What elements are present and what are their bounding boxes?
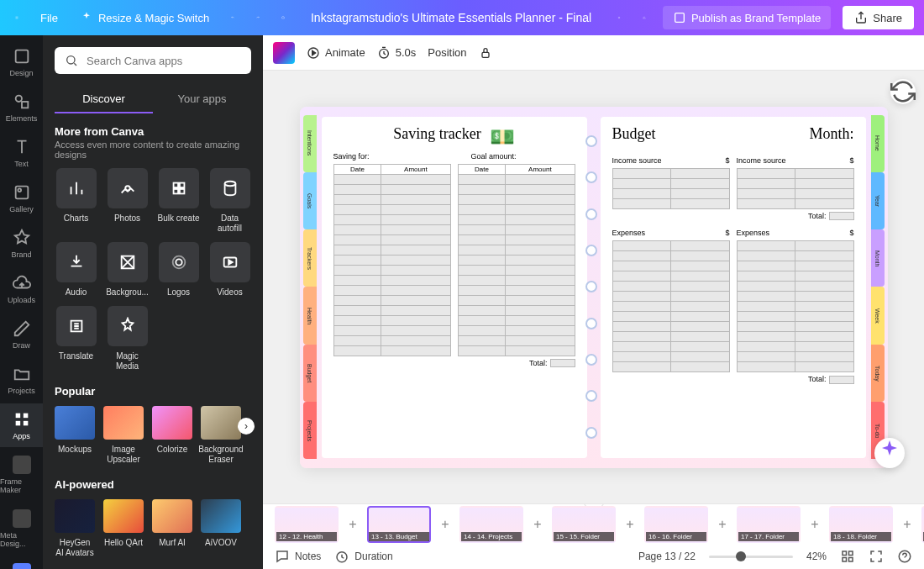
page-thumbnail[interactable]: 12 - 12. Health <box>275 506 339 543</box>
planner-tab[interactable]: Goals <box>303 172 317 229</box>
page-thumbnail[interactable]: 18 - 18. Folder <box>829 506 893 543</box>
fullscreen-icon[interactable] <box>869 549 884 564</box>
app-tile[interactable]: Backgrou... <box>106 242 149 298</box>
search-input[interactable] <box>87 55 241 67</box>
add-page-button[interactable]: + <box>809 519 821 530</box>
saving-table-1: DateAmount <box>333 164 451 356</box>
app-tile[interactable]: Bulk create <box>157 168 200 234</box>
page-thumbnails[interactable]: ⌄ 12 - 12. Health+13 - 13. Budget+14 - 1… <box>263 504 924 544</box>
page-thumbnail[interactable]: 16 - 16. Folder <box>644 506 708 543</box>
planner-tab[interactable]: Month <box>871 229 885 287</box>
add-page-button[interactable]: + <box>347 519 359 530</box>
publish-brand-template-button[interactable]: Publish as Brand Template <box>663 6 831 29</box>
share-button[interactable]: Share <box>843 6 914 29</box>
vntana-icon <box>13 563 31 569</box>
cloud-sync-icon[interactable] <box>276 11 290 24</box>
app-tile[interactable]: Photos <box>106 168 149 234</box>
planner-tab[interactable]: Budget <box>303 345 317 402</box>
planner-tab[interactable]: Week <box>871 287 885 344</box>
rail-brand[interactable]: Brand <box>0 222 43 266</box>
planner-tab[interactable]: Trackers <box>303 229 317 287</box>
rail-projects[interactable]: Projects <box>0 358 43 402</box>
popular-app[interactable]: Mockups <box>55 406 95 465</box>
magic-fab-button[interactable] <box>874 438 905 468</box>
rail-elements[interactable]: Elements <box>0 86 43 129</box>
zoom-value[interactable]: 42% <box>806 551 827 562</box>
resize-magic-switch[interactable]: Resize & Magic Switch <box>75 8 214 28</box>
app-tile[interactable]: Data autofill <box>208 168 251 234</box>
popular-app[interactable]: Colorize <box>152 406 192 465</box>
rail-gallery[interactable]: Gallery <box>0 176 43 220</box>
app-tile[interactable]: Audio <box>55 242 97 298</box>
add-page-button[interactable]: + <box>439 519 451 530</box>
tab-discover[interactable]: Discover <box>55 86 153 113</box>
popular-next-button[interactable]: › <box>238 418 255 435</box>
redo-icon[interactable] <box>251 11 265 24</box>
popular-app[interactable]: Image Upscaler <box>103 406 144 465</box>
app-tile[interactable]: Magic Media <box>106 306 149 371</box>
rail-design[interactable]: Design <box>0 40 43 84</box>
rail-uploads[interactable]: Uploads <box>0 267 43 311</box>
rail-vntana[interactable]: VNTANA <box>0 556 43 569</box>
grid-view-icon[interactable] <box>840 549 855 564</box>
rail-meta[interactable]: Meta Desig... <box>0 503 43 555</box>
notes-button[interactable]: Notes <box>275 549 321 564</box>
rail-draw[interactable]: Draw <box>0 313 43 356</box>
thumb-label: 13 - 13. Budget <box>369 532 429 541</box>
planner-tab[interactable]: Today <box>871 345 885 402</box>
popular-thumb <box>103 406 144 440</box>
planner-document[interactable]: IntentionsGoalsTrackersHealthBudgetProje… <box>300 107 888 468</box>
app-tile[interactable]: Translate <box>55 306 97 371</box>
page-thumbnail[interactable]: 17 - 17. Folder <box>737 506 801 543</box>
ai-app[interactable]: Hello QArt <box>103 499 144 558</box>
lock-icon <box>479 46 492 60</box>
page-thumbnail[interactable]: 13 - 13. Budget <box>367 506 431 543</box>
rail-apps[interactable]: Apps <box>0 403 43 447</box>
tab-your-apps[interactable]: Your apps <box>153 86 251 113</box>
refresh-button[interactable] <box>890 79 916 104</box>
lock-button[interactable] <box>479 46 492 60</box>
share-icon <box>854 11 868 24</box>
page-thumbnail[interactable]: 15 - 15. Folder <box>552 506 616 543</box>
page-indicator[interactable]: Page 13 / 22 <box>638 551 696 562</box>
file-menu[interactable]: File <box>35 8 63 28</box>
ai-app[interactable]: HeyGen AI Avatars <box>55 499 95 558</box>
animate-button[interactable]: Animate <box>307 46 365 60</box>
add-icon[interactable] <box>612 11 626 24</box>
planner-tab[interactable]: Projects <box>303 402 317 459</box>
rail-frame-maker[interactable]: Frame Maker <box>0 449 43 501</box>
ai-app[interactable]: AiVOOV <box>201 499 241 558</box>
app-tile[interactable]: Logos <box>157 242 200 298</box>
analytics-icon[interactable] <box>638 11 651 24</box>
page-thumbnail[interactable]: 14 - 14. Projects <box>459 506 523 543</box>
duration-button[interactable]: Duration <box>334 549 392 564</box>
undo-icon[interactable] <box>226 11 239 24</box>
app-tile[interactable]: Videos <box>208 242 251 298</box>
canvas-viewport[interactable]: IntentionsGoalsTrackersHealthBudgetProje… <box>263 71 924 503</box>
zoom-slider-handle[interactable] <box>736 551 746 561</box>
add-page-button[interactable]: + <box>901 519 913 530</box>
add-page-button[interactable]: + <box>717 519 728 530</box>
planner-tab[interactable]: Health <box>303 287 317 344</box>
help-icon[interactable] <box>897 549 912 564</box>
popular-app[interactable]: Background Eraser <box>201 406 241 465</box>
search-box[interactable] <box>55 47 251 74</box>
rail-text[interactable]: Text <box>0 131 43 175</box>
document-title[interactable]: Inkstagramstudio's Ultimate Essentials P… <box>302 11 601 24</box>
app-tile[interactable]: Charts <box>55 168 97 234</box>
menu-icon[interactable] <box>10 11 24 24</box>
add-page-button[interactable]: + <box>532 519 543 530</box>
ai-app[interactable]: Murf AI <box>152 499 192 558</box>
planner-tab[interactable]: Intentions <box>303 115 317 172</box>
panel-scroll[interactable]: More from Canva Access even more content… <box>43 113 263 569</box>
sparkle-icon <box>80 11 93 24</box>
canvas-toolbar: Animate 5.0s Position <box>263 35 924 71</box>
timer-button[interactable]: 5.0s <box>377 46 417 60</box>
planner-tab[interactable]: Home <box>871 115 885 172</box>
app-tile-label: Audio <box>66 287 87 298</box>
add-page-button[interactable]: + <box>624 519 636 530</box>
planner-tab[interactable]: Year <box>871 172 885 229</box>
position-button[interactable]: Position <box>428 46 466 59</box>
color-picker[interactable] <box>273 42 295 64</box>
zoom-slider[interactable] <box>709 556 793 558</box>
